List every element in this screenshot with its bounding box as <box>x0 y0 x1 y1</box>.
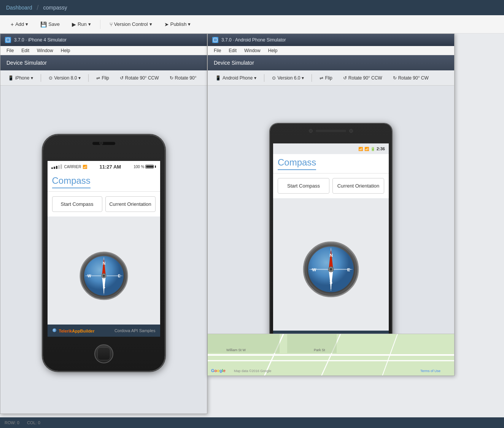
map-svg: William St W Park St Google Map data ©20… <box>208 334 454 375</box>
iphone-rotate-ccw-btn[interactable]: ↺ Rotate 90° CCW <box>117 74 162 82</box>
iphone-version-icon: ⊙ <box>49 75 52 81</box>
iphone-app-footer: T TelerikAppBuilder Cordova API Samples <box>48 325 160 337</box>
signal-d5 <box>60 164 62 169</box>
android-toolbar-sep2 <box>312 74 312 82</box>
android-device-toolbar: 📱 Android Phone ▾ ⊙ Version 6.0 ▾ ⇌ Flip… <box>208 70 454 86</box>
android-menubar: File Edit Window Help <box>208 46 454 55</box>
android-rotate-ccw-btn[interactable]: ↺ Rotate 90° CCW <box>340 74 385 82</box>
iphone-title-icon <box>5 37 11 43</box>
battery-tip <box>155 165 156 168</box>
android-wifi-icon: 📶 <box>358 147 363 151</box>
nav-project: compassy <box>43 5 67 11</box>
iphone-start-compass-btn[interactable]: Start Compass <box>52 196 102 212</box>
iphone-device: CARRIER 📶 11:27 AM 100 % <box>43 135 165 371</box>
android-signal-icon: 📶 <box>364 147 369 151</box>
android-device-sim-header: Device Simulator <box>208 55 454 70</box>
android-camera <box>309 129 313 133</box>
nav-separator: / <box>37 4 39 12</box>
publish-icon: ➤ <box>164 21 169 27</box>
iphone-menu-edit[interactable]: Edit <box>18 47 32 54</box>
iphone-body: CARRIER 📶 11:27 AM 100 % <box>43 135 165 371</box>
iphone-menu-file[interactable]: File <box>3 47 17 54</box>
android-flip-btn[interactable]: ⇌ Flip <box>316 74 335 82</box>
android-phone-icon: 📱 <box>215 75 221 81</box>
android-titlebar: 3.7.0 · Android Phone Simulator <box>208 34 454 46</box>
publish-button[interactable]: ➤ Publish ▾ <box>160 19 196 30</box>
iphone-home-button[interactable] <box>94 344 113 363</box>
workspace: 3.7.0 · iPhone 4 Simulator File Edit Win… <box>0 33 504 417</box>
iphone-device-sim-header: Device Simulator <box>0 55 207 70</box>
svg-text:W: W <box>87 274 91 278</box>
iphone-flip-btn[interactable]: ⇌ Flip <box>93 74 112 82</box>
svg-text:William St W: William St W <box>226 348 246 352</box>
run-icon: ▶ <box>72 21 76 27</box>
android-menu-window[interactable]: Window <box>241 47 264 54</box>
android-screen: 📶 📶 🔋 2:36 Compass Start Compass <box>273 143 389 343</box>
map-overlay: William St W Park St Google Map data ©20… <box>208 334 454 375</box>
iphone-menu-help[interactable]: Help <box>58 47 73 54</box>
iphone-app-content: N S E W <box>48 216 160 335</box>
row-indicator: ROW: 0 <box>5 420 19 425</box>
android-title-icon <box>212 37 218 43</box>
toolbar-divider <box>100 20 100 29</box>
iphone-app-titlebar: Compass <box>48 172 160 192</box>
iphone-title-text: 3.7.0 · iPhone 4 Simulator <box>14 37 67 43</box>
android-rotate-ccw-icon: ↺ <box>343 75 347 81</box>
android-compass-rose: N S E W <box>302 241 359 298</box>
svg-text:N: N <box>330 253 333 258</box>
android-app-content: N S E W <box>273 198 389 340</box>
android-current-orientation-btn[interactable]: Current Orientation <box>332 178 384 194</box>
iphone-type-chevron: ▾ <box>31 75 33 81</box>
svg-point-9 <box>103 275 105 277</box>
signal-d3 <box>56 166 57 169</box>
iphone-app-title: Compass <box>52 175 91 188</box>
android-speaker <box>316 130 346 132</box>
iphone-menu-window[interactable]: Window <box>34 47 56 54</box>
iphone-menubar: File Edit Window Help <box>0 46 207 55</box>
svg-text:W: W <box>312 267 316 272</box>
save-button[interactable]: 💾 Save <box>36 19 64 30</box>
android-menu-edit[interactable]: Edit <box>226 47 240 54</box>
android-version-dropdown[interactable]: ⊙ Version 6.0 ▾ <box>269 74 307 82</box>
android-battery-icon: 🔋 <box>370 147 375 151</box>
svg-text:S: S <box>103 285 105 289</box>
iphone-status-left: CARRIER 📶 <box>51 164 87 169</box>
carrier-text: CARRIER <box>64 165 81 169</box>
iphone-toolbar-sep1 <box>41 74 41 82</box>
iphone-flip-icon: ⇌ <box>96 75 100 81</box>
android-rotate-cw-btn[interactable]: ↻ Rotate 90° CW <box>390 74 432 82</box>
iphone-status-right: 100 % <box>134 165 156 169</box>
iphone-compass-rose: N S E W <box>79 251 129 301</box>
iphone-toolbar-sep2 <box>88 74 89 82</box>
rotate-ccw-icon: ↺ <box>120 75 124 81</box>
iphone-type-dropdown[interactable]: 📱 iPhone ▾ <box>5 74 36 82</box>
add-chevron-icon: ▾ <box>25 21 28 27</box>
iphone-app: Compass Start Compass Current Orientatio… <box>48 172 160 337</box>
nav-dashboard[interactable]: Dashboard <box>6 5 32 11</box>
android-start-compass-btn[interactable]: Start Compass <box>278 178 329 194</box>
run-button[interactable]: ▶ Run ▾ <box>67 19 95 30</box>
iphone-speaker <box>92 142 115 145</box>
android-type-dropdown[interactable]: 📱 Android Phone ▾ <box>212 74 259 82</box>
add-button[interactable]: + Add ▾ <box>6 19 33 30</box>
signal-d1 <box>51 167 53 169</box>
android-time: 2:36 <box>377 146 385 151</box>
android-app-titlebar: Compass <box>273 154 389 173</box>
android-simulator-window: 3.7.0 · Android Phone Simulator File Edi… <box>207 33 455 376</box>
android-app-buttons: Start Compass Current Orientation <box>273 173 389 198</box>
android-menu-help[interactable]: Help <box>265 47 281 54</box>
iphone-footer-app: Cordova API Samples <box>114 328 156 333</box>
iphone-footer-appbuilder: AppBuilder <box>72 329 94 333</box>
svg-text:E: E <box>347 267 350 272</box>
android-menu-file[interactable]: File <box>211 47 224 54</box>
svg-text:Map data ©2016 Google: Map data ©2016 Google <box>234 369 271 373</box>
iphone-camera <box>99 141 103 145</box>
svg-rect-20 <box>213 38 217 42</box>
iphone-rotate-cw-btn[interactable]: ↻ Rotate 90° <box>167 74 200 82</box>
signal-d4 <box>58 165 60 169</box>
version-control-button[interactable]: ⑂ Version Control ▾ <box>105 19 157 30</box>
iphone-device-sim-title: Device Simulator <box>6 60 47 66</box>
iphone-current-orientation-btn[interactable]: Current Orientation <box>105 196 156 212</box>
plus-icon: + <box>11 21 14 27</box>
iphone-version-dropdown[interactable]: ⊙ Version 8.0 ▾ <box>46 74 84 82</box>
